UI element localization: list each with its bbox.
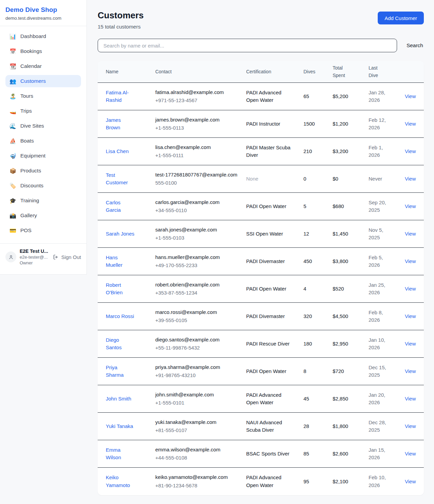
- customer-name-link[interactable]: John Smith: [106, 395, 131, 403]
- customer-name-link[interactable]: Hans Mueller: [106, 254, 136, 269]
- cell-last-dive: Sep 20, 2025: [369, 193, 405, 220]
- cell-total-spent: $1,200: [333, 115, 369, 133]
- sidebar-item-training[interactable]: 🎓 Training: [5, 194, 81, 207]
- sidebar-item-discounts[interactable]: 🏷️ Discounts: [5, 180, 81, 192]
- sidebar-item-trips[interactable]: 🚤 Trips: [5, 105, 81, 117]
- view-link[interactable]: View: [405, 479, 416, 484]
- cell-name: Test Customer: [106, 166, 155, 192]
- sidebar-item-tours[interactable]: 🏝️ Tours: [5, 90, 81, 102]
- sidebar-item-bookings[interactable]: 📅 Bookings: [5, 45, 81, 57]
- cell-contact: diego.santos@example.com +55-11-99876-54…: [155, 331, 246, 357]
- sign-out-label: Sign Out: [61, 254, 81, 260]
- logout-icon: [53, 254, 59, 260]
- customer-name-link[interactable]: Robert O'Brien: [106, 281, 136, 297]
- cell-last-dive: Feb 8, 2026: [369, 303, 405, 330]
- cell-dives: 320: [303, 307, 333, 326]
- cell-dives: 450: [303, 252, 333, 271]
- cell-certification: PADI Open Water: [246, 197, 303, 216]
- customer-name-link[interactable]: Emma Wilson: [106, 446, 136, 462]
- sidebar-item-pos[interactable]: 💳 POS: [5, 224, 81, 237]
- view-link[interactable]: View: [405, 313, 416, 319]
- view-link[interactable]: View: [405, 231, 416, 237]
- view-link[interactable]: View: [405, 341, 416, 347]
- customer-name-link[interactable]: Marco Rossi: [106, 313, 134, 320]
- cell-certification: PADI Rescue Diver: [246, 335, 303, 353]
- search-button[interactable]: Search: [406, 41, 424, 50]
- customer-name-link[interactable]: Sarah Jones: [106, 230, 134, 238]
- add-customer-button[interactable]: Add Customer: [378, 12, 424, 24]
- view-link[interactable]: View: [405, 423, 416, 429]
- user-email: e2e-tester@...: [20, 255, 48, 260]
- cell-name: Hans Mueller: [106, 248, 155, 275]
- sign-out-button[interactable]: Sign Out: [53, 254, 81, 260]
- customer-last-dive: Jan 20, 2026: [369, 391, 392, 407]
- cell-last-dive: Feb 1, 2026: [369, 138, 405, 165]
- sidebar-item-label: Dashboard: [20, 33, 46, 39]
- column-header-name: Name: [106, 65, 155, 79]
- table-row: Test Customer test-1772681807767@example…: [98, 165, 424, 193]
- cell-total-spent: $1,450: [333, 225, 369, 243]
- cell-name: Priya Sharma: [106, 358, 155, 385]
- cell-action: View: [405, 197, 420, 216]
- cell-contact: carlos.garcia@example.com +34-555-0110: [155, 193, 246, 220]
- search-input[interactable]: [98, 39, 397, 52]
- sidebar-item-customers[interactable]: 👥 Customers: [5, 75, 81, 87]
- view-link[interactable]: View: [405, 368, 416, 374]
- cell-last-dive: Jan 28, 2026: [369, 83, 405, 110]
- customer-name-link[interactable]: Fatima Al-Rashid: [106, 89, 136, 104]
- sidebar-item-equipment[interactable]: 🤿 Equipment: [5, 150, 81, 162]
- person-icon: [8, 254, 14, 260]
- camera-icon: 📸: [9, 212, 16, 219]
- sidebar-item-label: Boats: [20, 138, 34, 144]
- cell-certification: None: [246, 170, 303, 188]
- sidebar-item-label: Tours: [20, 93, 33, 99]
- customer-name-link[interactable]: James Brown: [106, 116, 136, 132]
- column-header-last-dive: Last Dive: [369, 61, 405, 82]
- customer-phone: +49-170-555-2233: [155, 262, 241, 269]
- sidebar-item-dashboard[interactable]: 📊 Dashboard: [5, 30, 81, 42]
- view-link[interactable]: View: [405, 396, 416, 402]
- sidebar-item-calendar[interactable]: 📆 Calendar: [5, 60, 81, 72]
- speedboat-icon: 🚤: [9, 108, 16, 114]
- view-link[interactable]: View: [405, 203, 416, 209]
- sidebar-item-products[interactable]: 📦 Products: [5, 165, 81, 177]
- cell-action: View: [405, 445, 420, 463]
- cell-dives: 85: [303, 445, 333, 463]
- table-row: Diego Santos diego.santos@example.com +5…: [98, 330, 424, 358]
- cell-total-spent: $520: [333, 280, 369, 298]
- cell-dives: 210: [303, 142, 333, 161]
- customer-name-link[interactable]: Yuki Tanaka: [106, 423, 133, 430]
- cell-total-spent: $0: [333, 170, 369, 188]
- view-link[interactable]: View: [405, 258, 416, 264]
- customer-name-link[interactable]: Test Customer: [106, 171, 136, 187]
- customer-name-link[interactable]: Diego Santos: [106, 336, 136, 352]
- customer-phone: +1-555-0101: [155, 399, 241, 407]
- view-link[interactable]: View: [405, 176, 416, 182]
- customer-phone: +1-555-0111: [155, 152, 241, 160]
- customer-certification: BSAC Sports Diver: [246, 450, 290, 458]
- user-role: Owner: [20, 260, 48, 265]
- sidebar-item-dive-sites[interactable]: 🌊 Dive Sites: [5, 120, 81, 132]
- cell-dives: 0: [303, 170, 333, 188]
- cell-dives: 45: [303, 390, 333, 408]
- sidebar: Demo Dive Shop demo.test.divestreams.com…: [0, 0, 87, 275]
- bar-chart-icon: 📊: [9, 33, 16, 40]
- customer-email: carlos.garcia@example.com: [155, 199, 239, 206]
- customer-name-link[interactable]: Lisa Chen: [106, 148, 129, 155]
- sidebar-item-boats[interactable]: ⛵ Boats: [5, 135, 81, 147]
- customer-name-link[interactable]: Carlos Garcia: [106, 199, 136, 214]
- customer-name-link[interactable]: Keiko Yamamoto: [106, 474, 136, 489]
- cell-name: John Smith: [106, 390, 155, 408]
- customer-last-dive: Feb 5, 2026: [369, 254, 392, 269]
- cell-name: Marco Rossi: [106, 307, 155, 326]
- view-link[interactable]: View: [405, 451, 416, 456]
- view-link[interactable]: View: [405, 93, 416, 99]
- customer-last-dive: Dec 28, 2025: [369, 419, 392, 434]
- sidebar-item-gallery[interactable]: 📸 Gallery: [5, 209, 81, 222]
- view-link[interactable]: View: [405, 148, 416, 154]
- customer-name-link[interactable]: Priya Sharma: [106, 364, 136, 379]
- view-link[interactable]: View: [405, 286, 416, 292]
- cell-certification: PADI Divemaster: [246, 252, 303, 271]
- view-link[interactable]: View: [405, 121, 416, 127]
- customer-phone: +971-55-123-4567: [155, 97, 241, 105]
